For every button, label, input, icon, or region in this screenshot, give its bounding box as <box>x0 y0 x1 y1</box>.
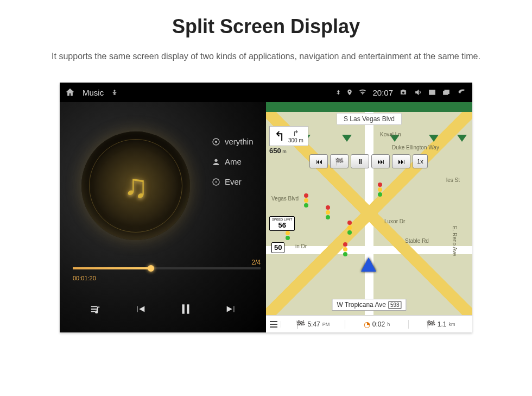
track-list: verythin Ame Ever <box>212 137 254 197</box>
next-track-icon[interactable] <box>224 303 238 317</box>
map-road-label: les St <box>446 177 460 183</box>
nav-remaining-time: ◔ 0:02h <box>345 320 409 329</box>
svg-point-4 <box>214 159 217 161</box>
clock-orange-icon: ◔ <box>364 320 370 329</box>
usb-icon <box>111 88 118 97</box>
map-road-label: Luxor Dr <box>384 218 405 224</box>
map-road-label: Duke Ellington Way <box>392 144 439 150</box>
traffic-light-icon <box>343 242 349 256</box>
track-title: verythin <box>225 137 254 146</box>
target-icon <box>212 137 220 146</box>
status-bar: Music 20:07 <box>60 83 472 102</box>
close-window-icon[interactable] <box>428 89 436 96</box>
route-pause-button[interactable]: ⏸ <box>351 154 369 168</box>
playlist-icon[interactable] <box>88 303 103 317</box>
svg-point-3 <box>215 141 217 143</box>
track-album: Ever <box>225 177 242 186</box>
map-road-label: in Dr <box>295 243 307 249</box>
device-frame: Music 20:07 <box>60 83 472 332</box>
album-art: ♫ <box>81 131 190 240</box>
track-row[interactable]: Ame <box>212 157 254 166</box>
current-app-label: Music <box>83 88 104 97</box>
turn-instruction: ↰ ↱ 300 m <box>269 126 308 146</box>
lane-arrow-icon <box>429 135 439 142</box>
turn-right-icon: ↱ <box>293 129 299 137</box>
flag-icon: 🏁 <box>426 320 435 329</box>
map-road-label: Koval Ln <box>380 131 401 137</box>
disc-icon <box>212 178 220 186</box>
nav-top-green-bar <box>266 102 472 112</box>
lane-arrow-icon <box>342 135 352 142</box>
flag-icon: 🏁 <box>296 320 305 329</box>
track-artist: Ame <box>225 157 242 166</box>
road-name-bottom: W Tropicana Ave593 <box>332 299 406 311</box>
bluetooth-icon <box>335 89 341 96</box>
traffic-light-icon <box>347 221 353 235</box>
track-counter: 2/4 <box>251 259 261 266</box>
route-next-button[interactable]: ⏭ <box>371 154 390 168</box>
page-title: Split Screen Display <box>0 15 532 38</box>
music-note-icon: ♫ <box>124 167 148 205</box>
svg-rect-7 <box>182 304 184 313</box>
map-road-label: E. Reno Ave <box>452 226 458 256</box>
music-panel: ♫ verythin Ame Ever 2/4 00:01:20 <box>60 83 266 332</box>
route-prev-button[interactable]: ⏮ <box>309 154 328 168</box>
recents-icon[interactable] <box>442 89 451 96</box>
time-elapsed: 00:01:20 <box>73 275 96 281</box>
pause-icon[interactable] <box>179 302 193 318</box>
progress-fill <box>73 267 151 269</box>
lane-arrow-icon <box>457 135 467 142</box>
map-road-label: Stable Rd <box>405 238 429 244</box>
route-end-button[interactable]: ⏭ <box>392 154 410 168</box>
nav-eta: 🏁 5:47PM <box>281 320 345 329</box>
camera-icon[interactable] <box>398 89 408 96</box>
track-row[interactable]: verythin <box>212 137 254 146</box>
track-row[interactable]: Ever <box>212 177 254 186</box>
svg-point-6 <box>216 181 217 183</box>
clock: 20:07 <box>372 88 393 97</box>
menu-icon[interactable] <box>266 321 281 328</box>
svg-rect-8 <box>187 304 189 313</box>
prev-track-icon[interactable] <box>134 303 148 317</box>
back-icon[interactable] <box>456 88 467 97</box>
page-subtitle: It supports the same screen display of t… <box>43 50 489 63</box>
road-name-top: S Las Vegas Blvd <box>337 113 402 125</box>
vehicle-cursor-icon <box>361 257 376 272</box>
turn-distance: 650 m <box>269 147 287 155</box>
speed-sign: 50 <box>271 242 284 253</box>
map-road-label: Vegas Blvd <box>271 196 299 202</box>
route-flag-button[interactable]: 🏁 <box>330 154 349 168</box>
nav-bottom-bar: 🏁 5:47PM ◔ 0:02h 🏁 1.1km <box>266 315 472 332</box>
location-icon <box>346 89 353 96</box>
speaker-icon[interactable] <box>414 89 422 96</box>
route-speed-button[interactable]: 1x <box>413 154 428 168</box>
traffic-light-icon <box>378 183 383 197</box>
traffic-light-icon <box>304 193 309 208</box>
music-controls <box>60 302 266 318</box>
nav-remaining-distance: 🏁 1.1km <box>409 320 472 329</box>
home-icon[interactable] <box>65 87 75 97</box>
progress-track[interactable] <box>73 267 261 269</box>
navigation-panel: Koval Ln Duke Ellington Way les St Vegas… <box>266 83 472 332</box>
route-playback-bar: ⏮ 🏁 ⏸ ⏭ ⏭ 1x <box>309 154 428 168</box>
speed-limit-sign: SPEED LIMIT 56 <box>269 216 295 231</box>
wifi-icon <box>358 89 367 96</box>
turn-left-icon: ↰ <box>274 130 285 143</box>
person-icon <box>212 158 220 166</box>
traffic-light-icon <box>326 205 331 219</box>
